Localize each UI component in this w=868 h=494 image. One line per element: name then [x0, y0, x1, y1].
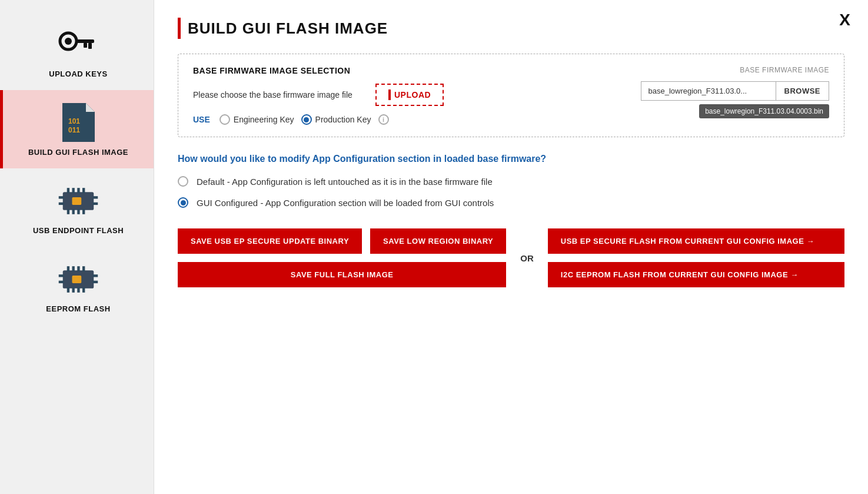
svg-rect-26 [77, 266, 79, 271]
svg-rect-22 [72, 197, 82, 204]
config-question: How would you like to modify App Configu… [178, 154, 844, 164]
svg-rect-20 [93, 196, 98, 198]
sidebar-item-build-gui-flash-label: BUILD GUI FLASH IMAGE [28, 148, 128, 157]
svg-rect-11 [72, 188, 75, 193]
firmware-description: Please choose the base firmware image fi… [193, 90, 364, 100]
production-key-radio[interactable] [301, 114, 312, 125]
svg-rect-3 [88, 43, 92, 49]
chip2-icon [58, 258, 99, 300]
engineering-key-option[interactable]: Engineering Key [220, 114, 294, 125]
production-key-radio-dot [304, 117, 309, 122]
i2c-eeprom-flash-button[interactable]: I2C EEPROM FLASH FROM CURRENT GUI CONFIG… [548, 262, 844, 287]
gui-config-label: GUI Configured - App Configuration secti… [197, 198, 494, 208]
upload-bar-icon [388, 89, 391, 100]
upload-button[interactable]: UPLOAD [375, 84, 444, 106]
production-key-option[interactable]: Production Key [301, 114, 371, 125]
svg-rect-10 [67, 188, 69, 193]
sidebar: UPLOAD KEYS 101 011 BUILD GUI FLASH IMAG… [0, 0, 154, 494]
svg-rect-21 [93, 202, 98, 204]
firmware-tooltip: base_lowregion_F311.03.04.0003.bin [699, 104, 829, 118]
default-config-label: Default - App Configuration is left unto… [197, 177, 493, 187]
doc-icon: 101 011 [58, 102, 99, 143]
info-icon[interactable]: i [378, 114, 389, 125]
sidebar-item-upload-keys[interactable]: UPLOAD KEYS [0, 12, 154, 90]
svg-marker-6 [86, 103, 95, 112]
production-key-label: Production Key [315, 115, 371, 124]
config-options: Default - App Configuration is left unto… [178, 176, 844, 208]
page-title: BUILD GUI FLASH IMAGE [188, 19, 388, 38]
sidebar-item-build-gui-flash[interactable]: 101 011 BUILD GUI FLASH IMAGE [0, 90, 154, 168]
sidebar-item-usb-endpoint-flash-label: USB ENDPOINT FLASH [33, 226, 124, 235]
svg-rect-32 [59, 274, 64, 277]
svg-rect-19 [59, 202, 64, 204]
gui-config-radio[interactable] [178, 197, 188, 208]
page-title-container: BUILD GUI FLASH IMAGE [178, 18, 844, 39]
sidebar-item-eeprom-flash-label: EEPROM FLASH [46, 304, 110, 313]
svg-rect-18 [59, 196, 64, 198]
svg-rect-12 [77, 188, 79, 193]
svg-text:011: 011 [68, 126, 80, 134]
svg-rect-25 [72, 266, 75, 271]
firmware-file-input[interactable] [641, 81, 776, 101]
svg-rect-4 [84, 43, 87, 48]
svg-rect-27 [82, 266, 85, 271]
top-buttons-row: SAVE USB EP SECURE UPDATE BINARY SAVE LO… [178, 228, 506, 254]
browse-button[interactable]: BROWSE [776, 81, 830, 101]
config-option-default[interactable]: Default - App Configuration is left unto… [178, 176, 844, 187]
actions-container: SAVE USB EP SECURE UPDATE BINARY SAVE LO… [178, 228, 844, 287]
firmware-selection-box: BASE FIRMWARE IMAGE SELECTION Please cho… [178, 54, 844, 137]
save-low-region-button[interactable]: SAVE LOW REGION BINARY [370, 228, 506, 254]
svg-rect-28 [67, 287, 69, 293]
svg-rect-24 [67, 266, 69, 271]
firmware-row: Please choose the base firmware image fi… [193, 84, 641, 106]
or-label: OR [506, 253, 548, 263]
save-full-flash-button[interactable]: SAVE FULL FLASH IMAGE [178, 262, 506, 287]
firmware-file-row: BROWSE [641, 81, 830, 101]
firmware-file-section: BASE FIRMWARE IMAGE BROWSE base_lowregio… [641, 66, 830, 118]
svg-rect-33 [59, 280, 64, 283]
engineering-key-label: Engineering Key [234, 115, 294, 124]
svg-rect-15 [72, 209, 75, 214]
save-usb-ep-button[interactable]: SAVE USB EP SECURE UPDATE BINARY [178, 228, 362, 254]
firmware-box-title: BASE FIRMWARE IMAGE SELECTION [193, 66, 641, 75]
title-bar-decoration [178, 18, 181, 39]
svg-rect-30 [77, 287, 79, 293]
use-label: USE [193, 115, 210, 124]
svg-rect-35 [93, 280, 98, 283]
svg-rect-16 [77, 209, 79, 214]
gui-config-radio-dot [181, 200, 186, 205]
engineering-key-radio[interactable] [220, 114, 230, 125]
close-button[interactable]: X [839, 12, 850, 28]
svg-rect-17 [82, 209, 85, 214]
usb-ep-flash-button[interactable]: USB EP SECURE FLASH FROM CURRENT GUI CON… [548, 228, 844, 254]
chip1-icon [58, 180, 99, 221]
sidebar-item-upload-keys-label: UPLOAD KEYS [49, 69, 107, 78]
svg-rect-31 [82, 287, 85, 293]
svg-rect-14 [67, 209, 69, 214]
base-firmware-image-label: BASE FIRMWARE IMAGE [740, 66, 829, 74]
config-option-gui[interactable]: GUI Configured - App Configuration secti… [178, 197, 844, 208]
key-icon [58, 24, 99, 65]
sidebar-item-eeprom-flash[interactable]: EEPROM FLASH [0, 247, 154, 325]
main-content: X BUILD GUI FLASH IMAGE BASE FIRMWARE IM… [154, 0, 868, 494]
sidebar-item-usb-endpoint-flash[interactable]: USB ENDPOINT FLASH [0, 168, 154, 247]
svg-rect-29 [72, 287, 75, 293]
svg-text:101: 101 [68, 117, 80, 125]
left-actions: SAVE USB EP SECURE UPDATE BINARY SAVE LO… [178, 228, 506, 287]
use-key-row: USE Engineering Key Production Key i [193, 114, 641, 125]
upload-button-label: UPLOAD [394, 90, 431, 100]
right-actions: USB EP SECURE FLASH FROM CURRENT GUI CON… [548, 228, 844, 287]
svg-rect-13 [82, 188, 85, 193]
svg-rect-2 [75, 39, 94, 43]
default-config-radio[interactable] [178, 176, 188, 187]
svg-rect-34 [93, 274, 98, 277]
svg-point-1 [65, 38, 72, 45]
svg-rect-36 [72, 275, 82, 283]
